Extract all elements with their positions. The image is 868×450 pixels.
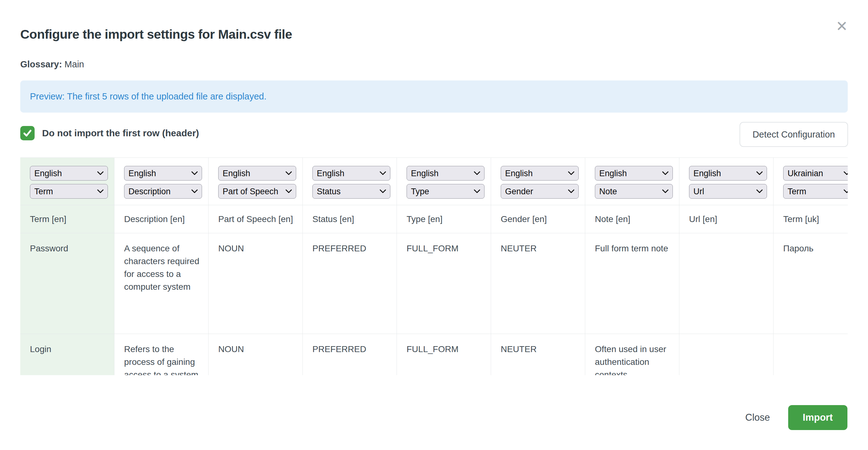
column-field-select-wrap: Note bbox=[595, 184, 673, 199]
checkmark-icon bbox=[23, 129, 32, 137]
column-language-select-4[interactable]: English bbox=[407, 166, 485, 181]
column-language-select-wrap: English bbox=[407, 166, 485, 181]
column-language-select-3[interactable]: English bbox=[312, 166, 390, 181]
table-cell: Login bbox=[20, 334, 115, 375]
column-mapping-cell: UkrainianTerm bbox=[774, 158, 848, 205]
table-cell: NEUTER bbox=[491, 334, 585, 375]
column-field-select-7[interactable]: Url bbox=[689, 184, 767, 199]
header-row-option: Do not import the first row (header) bbox=[20, 126, 199, 140]
column-mapping-cell: EnglishNote bbox=[585, 158, 679, 205]
column-header-cell: Type [en] bbox=[397, 205, 491, 233]
close-icon[interactable]: ✕ bbox=[832, 16, 852, 36]
column-field-select-5[interactable]: Gender bbox=[501, 184, 579, 199]
glossary-value: Main bbox=[65, 59, 84, 69]
column-field-select-wrap: Term bbox=[30, 184, 108, 199]
table-cell: Often used in user authentication contex… bbox=[585, 334, 679, 375]
column-mapping-cell: EnglishType bbox=[397, 158, 491, 205]
column-field-select-6[interactable]: Note bbox=[595, 184, 673, 199]
table-cell: NOUN bbox=[209, 334, 303, 375]
column-field-select-wrap: Gender bbox=[501, 184, 579, 199]
detect-configuration-button[interactable]: Detect Configuration bbox=[740, 122, 848, 147]
column-header-cell: Note [en] bbox=[585, 205, 679, 233]
column-field-select-3[interactable]: Status bbox=[312, 184, 390, 199]
skip-header-label: Do not import the first row (header) bbox=[42, 128, 199, 139]
skip-header-checkbox[interactable] bbox=[20, 126, 35, 140]
column-language-select-6[interactable]: English bbox=[595, 166, 673, 181]
column-language-select-1[interactable]: English bbox=[124, 166, 202, 181]
column-mapping-row: EnglishTermEnglishDescriptionEnglishPart… bbox=[20, 158, 848, 205]
table-cell: Password bbox=[20, 233, 115, 334]
close-button[interactable]: Close bbox=[745, 412, 770, 423]
column-field-select-wrap: Url bbox=[689, 184, 767, 199]
table-row: PasswordA sequence of characters require… bbox=[20, 233, 848, 334]
column-field-select-wrap: Type bbox=[407, 184, 485, 199]
table-cell: FULL_FORM bbox=[397, 233, 491, 334]
column-header-cell: Part of Speech [en] bbox=[209, 205, 303, 233]
glossary-label: Glossary: bbox=[20, 59, 62, 69]
table-cell: Full form term note bbox=[585, 233, 679, 334]
column-language-select-8[interactable]: Ukrainian bbox=[783, 166, 848, 181]
column-field-select-4[interactable]: Type bbox=[407, 184, 485, 199]
table-cell: Refers to the process of gaining access … bbox=[115, 334, 209, 375]
column-language-select-wrap: English bbox=[595, 166, 673, 181]
column-language-select-5[interactable]: English bbox=[501, 166, 579, 181]
table-cell: FULL_FORM bbox=[397, 334, 491, 375]
glossary-line: Glossary: Main bbox=[20, 59, 84, 69]
column-mapping-cell: EnglishPart of Speech bbox=[209, 158, 303, 205]
column-header-cell: Status [en] bbox=[303, 205, 397, 233]
table-cell: PREFERRED bbox=[303, 233, 397, 334]
column-field-select-wrap: Status bbox=[312, 184, 390, 199]
table-cell: A sequence of characters required for ac… bbox=[115, 233, 209, 334]
table-header-row: Term [en]Description [en]Part of Speech … bbox=[20, 205, 848, 233]
column-language-select-0[interactable]: English bbox=[30, 166, 108, 181]
column-field-select-8[interactable]: Term bbox=[783, 184, 848, 199]
column-language-select-wrap: English bbox=[124, 166, 202, 181]
table-cell: NEUTER bbox=[491, 233, 585, 334]
dialog-footer: Close Import bbox=[745, 405, 847, 430]
table-cell: Пароль bbox=[774, 233, 848, 334]
import-preview-table-wrap: EnglishTermEnglishDescriptionEnglishPart… bbox=[20, 157, 848, 375]
column-header-cell: Gender [en] bbox=[491, 205, 585, 233]
import-button[interactable]: Import bbox=[788, 405, 847, 430]
column-language-select-7[interactable]: English bbox=[689, 166, 767, 181]
column-language-select-wrap: English bbox=[312, 166, 390, 181]
column-language-select-wrap: English bbox=[501, 166, 579, 181]
table-cell bbox=[679, 233, 774, 334]
column-language-select-wrap: English bbox=[218, 166, 296, 181]
column-field-select-wrap: Part of Speech bbox=[218, 184, 296, 199]
column-mapping-cell: EnglishDescription bbox=[115, 158, 209, 205]
column-header-cell: Term [uk] bbox=[774, 205, 848, 233]
column-header-cell: Url [en] bbox=[679, 205, 774, 233]
column-language-select-wrap: Ukrainian bbox=[783, 166, 848, 181]
column-mapping-cell: EnglishGender bbox=[491, 158, 585, 205]
column-language-select-2[interactable]: English bbox=[218, 166, 296, 181]
column-header-cell: Description [en] bbox=[115, 205, 209, 233]
table-cell bbox=[679, 334, 774, 375]
column-mapping-cell: EnglishStatus bbox=[303, 158, 397, 205]
preview-notice-text: Preview: The first 5 rows of the uploade… bbox=[30, 91, 267, 102]
import-preview-table: EnglishTermEnglishDescriptionEnglishPart… bbox=[20, 157, 848, 375]
preview-notice-banner: Preview: The first 5 rows of the uploade… bbox=[20, 81, 848, 113]
column-header-cell: Term [en] bbox=[20, 205, 115, 233]
column-mapping-cell: EnglishTerm bbox=[20, 158, 115, 205]
column-field-select-wrap: Term bbox=[783, 184, 848, 199]
dialog-title: Configure the import settings for Main.c… bbox=[20, 27, 292, 42]
column-field-select-2[interactable]: Part of Speech bbox=[218, 184, 296, 199]
column-language-select-wrap: English bbox=[30, 166, 108, 181]
column-field-select-1[interactable]: Description bbox=[124, 184, 202, 199]
table-cell bbox=[774, 334, 848, 375]
column-language-select-wrap: English bbox=[689, 166, 767, 181]
table-cell: NOUN bbox=[209, 233, 303, 334]
column-mapping-cell: EnglishUrl bbox=[679, 158, 774, 205]
column-field-select-wrap: Description bbox=[124, 184, 202, 199]
table-row: LoginRefers to the process of gaining ac… bbox=[20, 334, 848, 375]
table-cell: PREFERRED bbox=[303, 334, 397, 375]
column-field-select-0[interactable]: Term bbox=[30, 184, 108, 199]
